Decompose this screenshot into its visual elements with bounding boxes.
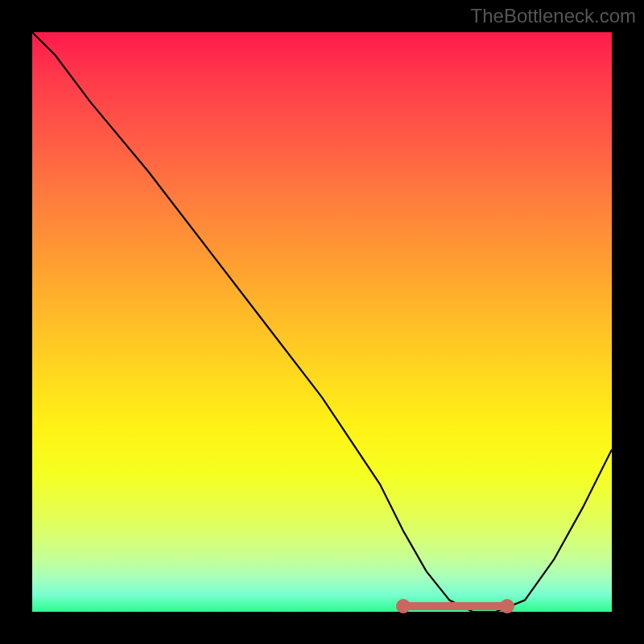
optimal-range-bar [403,602,508,610]
curve-path [32,32,612,612]
bottleneck-curve [32,32,612,612]
watermark-text: TheBottleneck.com [471,5,636,27]
optimal-range-end-icon [500,599,514,613]
plot-area [32,32,612,612]
chart-frame: TheBottleneck.com [0,0,644,644]
optimal-range-start-icon [396,599,411,613]
